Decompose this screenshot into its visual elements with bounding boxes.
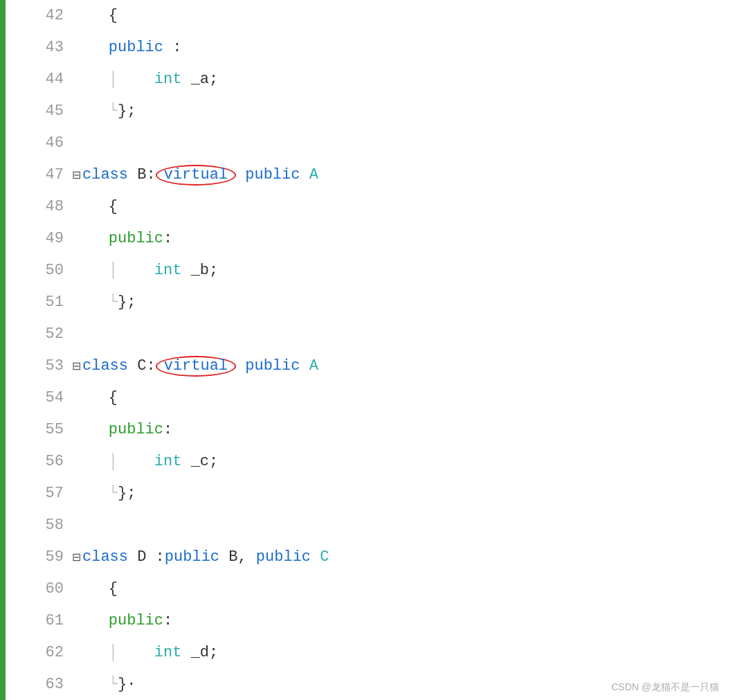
line-number: 57 [17, 478, 72, 510]
tree-structure-icon: └ [109, 294, 118, 311]
tree-structure-icon: │ [109, 453, 154, 470]
code-line: 62 │ int _d; [17, 637, 733, 669]
line-content: └}; [72, 287, 733, 318]
code-token: int [154, 644, 182, 661]
code-token [72, 262, 109, 279]
line-number: 59 [17, 541, 72, 573]
code-token: public [109, 39, 163, 56]
code-token: C [311, 548, 329, 566]
line-content: │ int _b; [72, 255, 733, 287]
line-number: 51 [17, 287, 72, 318]
collapse-icon[interactable]: ⊟ [72, 360, 81, 372]
collapse-icon[interactable]: ⊟ [72, 551, 81, 563]
code-token: public [247, 548, 311, 566]
virtual-circle-annotation: virtual [156, 165, 236, 186]
code-line: 61 public: [17, 605, 733, 637]
code-token: { [72, 580, 118, 598]
code-token [72, 102, 109, 120]
line-number: 48 [17, 191, 72, 223]
code-container: 42 {43 public :44 │ int _a;45 └};4647⊟cl… [0, 0, 733, 700]
code-line: 54 { [17, 382, 733, 414]
code-token: }; [118, 485, 136, 502]
tree-structure-icon: │ [109, 644, 154, 661]
code-token: int [154, 453, 182, 470]
tree-structure-icon: └ [109, 102, 118, 120]
code-token: public [165, 548, 219, 566]
code-token: _c; [181, 453, 218, 470]
code-token: int [154, 71, 182, 88]
code-line: 43 public : [17, 32, 733, 64]
line-number: 49 [17, 223, 72, 255]
line-content: { [72, 573, 733, 605]
code-token [72, 644, 109, 661]
line-number: 56 [17, 446, 72, 478]
code-token: public [109, 421, 163, 438]
code-token [72, 453, 109, 470]
code-token: int [154, 262, 182, 279]
line-number: 43 [17, 32, 72, 64]
code-token: D : [128, 548, 165, 566]
code-line: 60 { [17, 573, 733, 605]
code-token: B, [219, 548, 247, 566]
code-token [72, 230, 109, 247]
line-content: { [72, 191, 733, 223]
code-line: 57 └}; [17, 478, 733, 510]
line-content: public : [72, 32, 733, 64]
code-line: 49 public: [17, 223, 733, 255]
code-token [72, 294, 109, 311]
code-token: { [72, 389, 118, 406]
line-number: 55 [17, 414, 72, 446]
line-content: └}; [72, 478, 733, 510]
code-line: 48 { [17, 191, 733, 223]
code-token: public [109, 612, 163, 629]
collapse-icon[interactable]: ⊟ [72, 169, 81, 181]
code-token: }· [118, 676, 136, 693]
code-token [72, 421, 109, 438]
code-token: public [109, 230, 163, 247]
code-token: class [82, 357, 128, 375]
code-token [236, 166, 245, 183]
code-token: : [163, 421, 172, 438]
code-line: 56 │ int _c; [17, 446, 733, 478]
code-token: public [245, 166, 300, 183]
line-number: 46 [17, 127, 72, 159]
code-line: 53⊟class C:virtual public A [17, 350, 733, 382]
line-number: 47 [17, 159, 72, 191]
watermark: CSDN @龙猫不是一只猫 [611, 681, 719, 694]
line-number: 44 [17, 64, 72, 96]
line-content: └}; [72, 96, 733, 127]
code-area: 42 {43 public :44 │ int _a;45 └};4647⊟cl… [6, 0, 733, 700]
line-number: 61 [17, 605, 72, 637]
line-number: 62 [17, 637, 72, 669]
line-content: public: [72, 414, 733, 446]
code-token: A [300, 166, 318, 183]
code-line: 50 │ int _b; [17, 255, 733, 287]
line-number: 50 [17, 255, 72, 287]
line-content: │ int _a; [72, 64, 733, 96]
line-number: 58 [17, 510, 72, 541]
code-line: 47⊟class B:virtual public A [17, 159, 733, 191]
code-token: class [82, 548, 128, 566]
code-token: : [163, 39, 181, 56]
line-number: 42 [17, 0, 72, 32]
code-line: 52 [17, 318, 733, 350]
line-content: public: [72, 223, 733, 255]
code-token: { [72, 7, 118, 24]
code-token: }; [118, 294, 136, 311]
tree-structure-icon: └ [109, 485, 118, 502]
code-line: 44 │ int _a; [17, 64, 733, 96]
line-content: { [72, 382, 733, 414]
code-line: 51 └}; [17, 287, 733, 318]
tree-structure-icon: └ [109, 676, 118, 693]
code-token [72, 612, 109, 629]
line-number: 45 [17, 96, 72, 127]
code-token: { [72, 198, 118, 215]
code-token: _a; [181, 71, 218, 88]
code-line: 45 └}; [17, 96, 733, 127]
code-token: : [163, 612, 172, 629]
line-content: ⊟class B:virtual public A [72, 159, 733, 191]
line-content: ⊟class D :public B, public C [72, 541, 733, 573]
line-number: 52 [17, 318, 72, 350]
line-number: 63 [17, 669, 72, 700]
code-token [72, 39, 109, 56]
